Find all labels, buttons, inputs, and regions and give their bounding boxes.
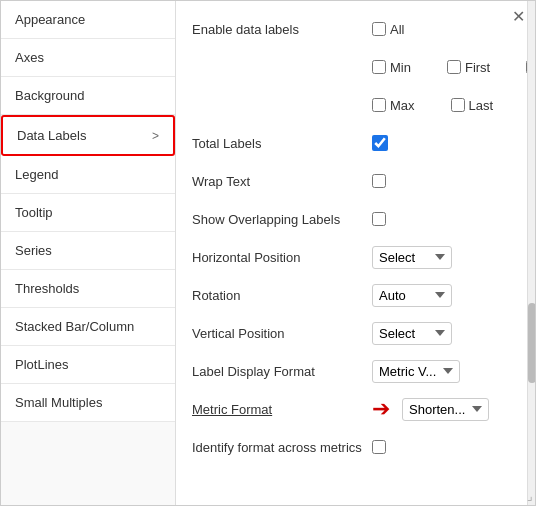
label-display-format-label: Label Display Format [192, 364, 372, 379]
sidebar-item-label: Legend [15, 167, 58, 182]
identify-format-label: Identify format across metrics [192, 440, 372, 455]
settings-modal: ✕ AppearanceAxesBackgroundData Labels>Le… [0, 0, 536, 506]
identify-format-checkbox[interactable] [372, 440, 386, 454]
show-overlapping-checkbox[interactable] [372, 212, 386, 226]
total-labels-controls [372, 135, 511, 151]
metric-format-arrow: ➔ [372, 396, 394, 422]
rotation-select[interactable]: Auto [372, 284, 452, 307]
enable-data-labels-label: Enable data labels [192, 22, 372, 37]
sidebar-item-tooltip[interactable]: Tooltip [1, 194, 175, 232]
vertical-position-row: Vertical Position Select [192, 319, 511, 347]
horizontal-position-label: Horizontal Position [192, 250, 372, 265]
total-labels-label: Total Labels [192, 136, 372, 151]
sidebar-item-thresholds[interactable]: Thresholds [1, 270, 175, 308]
enable-data-labels-row: Enable data labels All [192, 15, 511, 43]
scrollbar-track [527, 1, 535, 505]
metric-format-row: Metric Format ➔ Shorten... [192, 395, 511, 423]
resize-handle[interactable]: ⌟ [527, 489, 533, 503]
identify-format-row: Identify format across metrics [192, 433, 511, 461]
sidebar-item-series[interactable]: Series [1, 232, 175, 270]
sidebar-item-label: Thresholds [15, 281, 79, 296]
label-display-format-controls: Metric V... [372, 360, 511, 383]
sidebar: AppearanceAxesBackgroundData Labels>Lege… [1, 1, 176, 505]
metric-format-controls: ➔ Shorten... [372, 396, 511, 422]
arrow-right-icon: ➔ [372, 396, 390, 422]
horizontal-position-row: Horizontal Position Select [192, 243, 511, 271]
metric-format-label: Metric Format [192, 402, 372, 417]
scrollbar-thumb[interactable] [528, 303, 535, 383]
sidebar-item-label: Data Labels [17, 128, 86, 143]
rotation-controls: Auto [372, 284, 511, 307]
all-checkbox[interactable] [372, 22, 386, 36]
sidebar-item-background[interactable]: Background [1, 77, 175, 115]
sidebar-item-label: Tooltip [15, 205, 53, 220]
show-overlapping-row: Show Overlapping Labels [192, 205, 511, 233]
chevron-right-icon: > [152, 129, 159, 143]
min-first-odd-row: Min First Odd [192, 53, 511, 81]
horizontal-position-select[interactable]: Select [372, 246, 452, 269]
close-button[interactable]: ✕ [512, 9, 525, 25]
last-checkbox[interactable] [451, 98, 465, 112]
sidebar-item-legend[interactable]: Legend [1, 156, 175, 194]
rotation-label: Rotation [192, 288, 372, 303]
label-display-format-row: Label Display Format Metric V... [192, 357, 511, 385]
show-overlapping-controls [372, 212, 511, 226]
wrap-text-row: Wrap Text [192, 167, 511, 195]
sidebar-item-small-multiples[interactable]: Small Multiples [1, 384, 175, 422]
sidebar-item-data-labels[interactable]: Data Labels> [1, 115, 175, 156]
first-checkbox-label[interactable]: First [447, 60, 490, 75]
sidebar-item-label: Series [15, 243, 52, 258]
max-checkbox[interactable] [372, 98, 386, 112]
min-checkbox[interactable] [372, 60, 386, 74]
first-checkbox[interactable] [447, 60, 461, 74]
wrap-text-label: Wrap Text [192, 174, 372, 189]
max-checkbox-label[interactable]: Max [372, 98, 415, 113]
enable-data-labels-controls: All [372, 22, 511, 37]
vertical-position-select[interactable]: Select [372, 322, 452, 345]
sidebar-item-axes[interactable]: Axes [1, 39, 175, 77]
label-display-format-select[interactable]: Metric V... [372, 360, 460, 383]
last-checkbox-label[interactable]: Last [451, 98, 494, 113]
identify-format-controls [372, 440, 511, 454]
sidebar-item-label: Axes [15, 50, 44, 65]
sidebar-item-label: Small Multiples [15, 395, 102, 410]
sidebar-item-label: PlotLines [15, 357, 68, 372]
max-last-even-row: Max Last Even [192, 91, 511, 119]
total-labels-row: Total Labels [192, 129, 511, 157]
wrap-text-controls [372, 174, 511, 188]
sidebar-item-plotlines[interactable]: PlotLines [1, 346, 175, 384]
vertical-position-label: Vertical Position [192, 326, 372, 341]
total-labels-checkbox[interactable] [372, 135, 388, 151]
sidebar-item-label: Background [15, 88, 84, 103]
modal-body: AppearanceAxesBackgroundData Labels>Lege… [1, 1, 535, 505]
show-overlapping-label: Show Overlapping Labels [192, 212, 372, 227]
all-checkbox-label[interactable]: All [372, 22, 404, 37]
sidebar-item-stacked-bar[interactable]: Stacked Bar/Column [1, 308, 175, 346]
main-content: Enable data labels All Min First Odd [176, 1, 527, 505]
wrap-text-checkbox[interactable] [372, 174, 386, 188]
rotation-row: Rotation Auto [192, 281, 511, 309]
metric-format-select[interactable]: Shorten... [402, 398, 489, 421]
horizontal-position-controls: Select [372, 246, 511, 269]
vertical-position-controls: Select [372, 322, 511, 345]
sidebar-item-label: Stacked Bar/Column [15, 319, 134, 334]
sidebar-item-label: Appearance [15, 12, 85, 27]
min-checkbox-label[interactable]: Min [372, 60, 411, 75]
sidebar-item-appearance[interactable]: Appearance [1, 1, 175, 39]
